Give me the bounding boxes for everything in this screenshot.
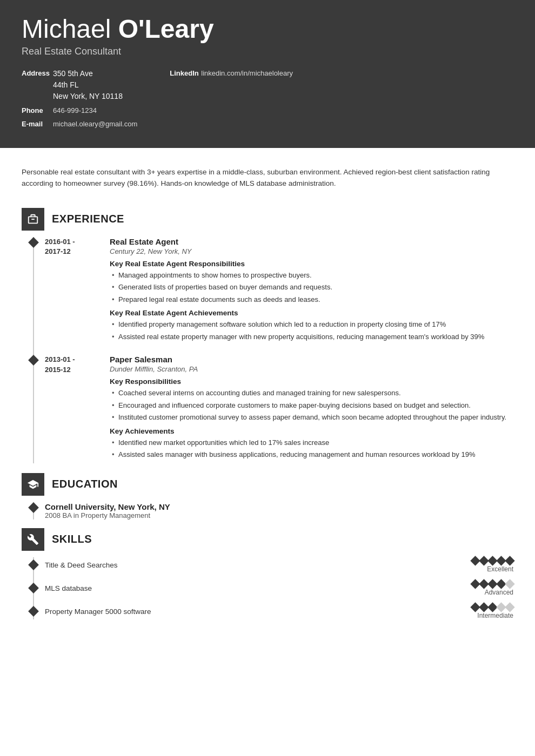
summary-text: Personable real estate consultant with 3…	[22, 168, 490, 188]
summary-section: Personable real estate consultant with 3…	[22, 159, 513, 199]
edu-school: Cornell University, New York, NY	[45, 502, 170, 511]
skill-rating: Intermediate	[472, 604, 513, 619]
address-line2: 44th FL	[53, 79, 123, 91]
edu-details: 2008 BA in Property Management	[45, 511, 170, 519]
entry-date: 2013-01 - 2015-12	[45, 355, 99, 374]
responsibilities-list: Managed appointments to show homes to pr…	[110, 270, 513, 305]
skill-entry: Property Manager 5000 softwareIntermedia…	[34, 604, 513, 619]
experience-entry: 2016-01 - 2017-12Real Estate AgentCentur…	[34, 237, 513, 346]
address-value: 350 5th Ave 44th FL New York, NY 10118	[53, 68, 123, 102]
skills-entries: Title & Deed SearchesExcellentMLS databa…	[33, 557, 513, 619]
list-item: Generated lists of properties based on b…	[110, 282, 513, 293]
list-item: Prepared legal real estate documents suc…	[110, 294, 513, 305]
contact-info: Address 350 5th Ave 44th FL New York, NY…	[22, 68, 513, 133]
entry-bullet-icon	[28, 560, 39, 571]
address-line3: New York, NY 10118	[53, 91, 123, 102]
skill-level: Advanced	[485, 589, 513, 596]
entry-date: 2016-01 - 2017-12	[45, 237, 99, 256]
skills-section-header: SKILLS	[22, 528, 513, 551]
entry-job-title: Paper Salesman	[110, 355, 513, 364]
skill-entry: MLS databaseAdvanced	[34, 580, 513, 596]
education-entries: Cornell University, New York, NY2008 BA …	[33, 502, 513, 519]
skills-icon	[22, 528, 44, 551]
achievements-list: Identified new market opportunities whic…	[110, 437, 513, 460]
entry-bullet-icon	[28, 606, 39, 617]
skill-entry: Title & Deed SearchesExcellent	[34, 557, 513, 573]
skill-name: MLS database	[45, 584, 472, 592]
responsibilities-list: Coached several interns on accounting du…	[110, 388, 513, 423]
skill-dots	[472, 604, 513, 611]
email-value: michael.oleary@gmail.com	[53, 119, 137, 130]
experience-icon	[22, 208, 44, 231]
email-row: E-mail michael.oleary@gmail.com	[22, 119, 137, 130]
entry-company: Century 22, New York, NY	[110, 247, 513, 255]
entry-bullet-icon	[28, 502, 39, 513]
experience-entries: 2016-01 - 2017-12Real Estate AgentCentur…	[33, 237, 513, 463]
filled-dot	[505, 556, 514, 565]
skills-section: SKILLS Title & Deed SearchesExcellentMLS…	[22, 528, 513, 619]
skill-rating: Advanced	[472, 580, 513, 596]
linkedin-value: linkedin.com/in/michaeloleary	[201, 68, 293, 79]
entry-bullet-icon	[28, 583, 39, 594]
entry-content: 2016-01 - 2017-12Real Estate AgentCentur…	[45, 237, 513, 346]
experience-entry: 2013-01 - 2015-12Paper SalesmanDunder Mi…	[34, 355, 513, 463]
resume-body: Personable real estate consultant with 3…	[0, 148, 535, 638]
list-item: Managed appointments to show homes to pr…	[110, 270, 513, 281]
skill-dots	[472, 557, 513, 564]
skill-level: Excellent	[487, 565, 513, 573]
list-item: Instituted customer promotional survey t…	[110, 412, 513, 423]
achievements-list: Identified property management software …	[110, 319, 513, 342]
entry-bullet-icon	[28, 355, 39, 366]
achievements-title: Key Real Estate Agent Achievements	[110, 309, 513, 317]
edu-content: Cornell University, New York, NY2008 BA …	[45, 502, 170, 519]
skill-level: Intermediate	[477, 612, 513, 619]
experience-section: EXPERIENCE 2016-01 - 2017-12Real Estate …	[22, 208, 513, 463]
phone-label: Phone	[22, 105, 53, 116]
skills-title: SKILLS	[52, 533, 92, 545]
linkedin-label: LinkedIn	[170, 68, 201, 79]
contact-right: LinkedIn linkedin.com/in/michaeloleary	[170, 68, 293, 133]
empty-dot	[505, 602, 514, 612]
list-item: Assisted real estate property manager wi…	[110, 332, 513, 342]
address-row: Address 350 5th Ave 44th FL New York, NY…	[22, 68, 137, 102]
list-item: Identified property management software …	[110, 319, 513, 330]
empty-dot	[505, 579, 514, 589]
first-name: Michael	[22, 15, 118, 43]
responsibilities-title: Key Responsibilities	[110, 377, 513, 386]
entry-job-title: Real Estate Agent	[110, 237, 513, 246]
full-name: Michael O'Leary	[22, 15, 513, 44]
list-item: Assisted sales manager with business app…	[110, 449, 513, 460]
education-title: EDUCATION	[52, 478, 118, 490]
resume-header: Michael O'Leary Real Estate Consultant A…	[0, 0, 535, 148]
responsibilities-title: Key Real Estate Agent Responsibilities	[110, 260, 513, 268]
phone-value: 646-999-1234	[53, 105, 97, 116]
education-icon	[22, 473, 44, 496]
education-section-header: EDUCATION	[22, 473, 513, 496]
list-item: Coached several interns on accounting du…	[110, 388, 513, 399]
achievements-title: Key Achievements	[110, 427, 513, 435]
experience-title: EXPERIENCE	[52, 213, 124, 225]
skill-rating: Excellent	[472, 557, 513, 573]
entry-company: Dunder Mifflin, Scranton, PA	[110, 365, 513, 373]
linkedin-row: LinkedIn linkedin.com/in/michaeloleary	[170, 68, 293, 79]
entry-bullet-icon	[28, 237, 39, 248]
experience-section-header: EXPERIENCE	[22, 208, 513, 231]
job-title: Real Estate Consultant	[22, 46, 513, 57]
address-label: Address	[22, 68, 53, 79]
last-name: O'Leary	[118, 15, 214, 43]
entry-main: Real Estate AgentCentury 22, New York, N…	[110, 237, 513, 346]
contact-left: Address 350 5th Ave 44th FL New York, NY…	[22, 68, 137, 133]
entry-main: Paper SalesmanDunder Mifflin, Scranton, …	[110, 355, 513, 463]
email-label: E-mail	[22, 119, 53, 130]
education-entry: Cornell University, New York, NY2008 BA …	[34, 502, 513, 519]
skill-name: Title & Deed Searches	[45, 561, 472, 569]
skill-name: Property Manager 5000 software	[45, 608, 472, 616]
skill-dots	[472, 580, 513, 588]
address-line1: 350 5th Ave	[53, 68, 123, 79]
education-section: EDUCATION Cornell University, New York, …	[22, 473, 513, 519]
entry-content: 2013-01 - 2015-12Paper SalesmanDunder Mi…	[45, 355, 513, 463]
list-item: Encouraged and influenced corporate cust…	[110, 400, 513, 411]
list-item: Identified new market opportunities whic…	[110, 437, 513, 448]
phone-row: Phone 646-999-1234	[22, 105, 137, 116]
